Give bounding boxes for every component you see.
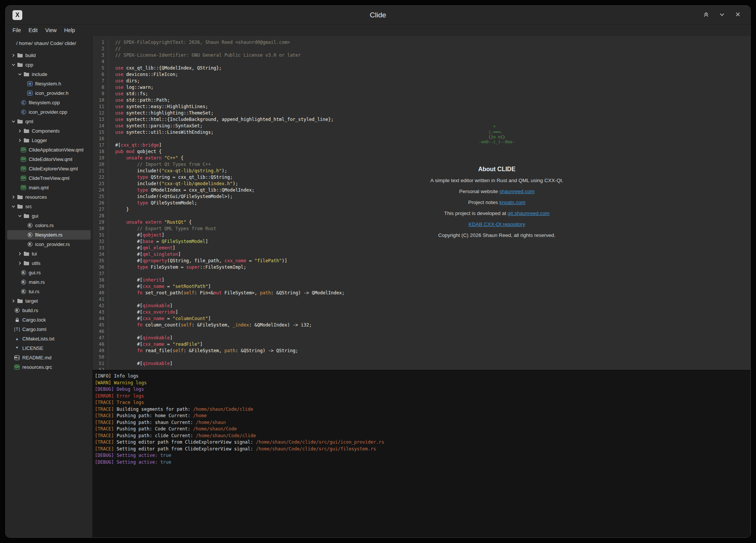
chevron-right-icon[interactable] bbox=[17, 252, 23, 256]
root-path-breadcrumb[interactable]: / home/ shaun/ Code/ clide/ bbox=[6, 38, 92, 48]
code-line[interactable]: 3// SPDX-License-Identifier: GNU General… bbox=[93, 52, 750, 59]
code-line[interactable]: 46 bbox=[93, 328, 750, 335]
title-bar[interactable]: X Clide bbox=[6, 6, 750, 25]
tree-item-build[interactable]: build bbox=[7, 51, 91, 60]
link-git-shaunreed-com[interactable]: git.shaunreed.com bbox=[508, 210, 550, 216]
code-editor[interactable]: 1// SPDX-FileCopyrightText: 2026, Shaun … bbox=[93, 36, 750, 370]
log-panel[interactable]: [INFO] Info logs[WARN] Warning logs[DEBU… bbox=[93, 370, 750, 537]
code-line[interactable]: 32 #[base = QFileSystemModel] bbox=[93, 238, 750, 245]
tree-item-readme-md[interactable]: M↓README.md bbox=[7, 353, 91, 362]
tree-item-colors-rs[interactable]: Rcolors.rs bbox=[7, 221, 91, 230]
tree-item-resources-qrc[interactable]: Qtresources.qrc bbox=[7, 362, 91, 372]
code-line[interactable]: 45 fn column_count(self: &FileSystem, _i… bbox=[93, 322, 750, 328]
code-line[interactable]: 42 #[qinvokable] bbox=[93, 303, 750, 309]
code-line[interactable]: 35 #[qproperty(QString, file_path, cxx_n… bbox=[93, 258, 750, 264]
link-kdab-cxx-qt-repository[interactable]: KDAB CXX-Qt repository bbox=[468, 221, 525, 227]
tree-item-filesystem-h[interactable]: Hfilesystem.h bbox=[7, 79, 91, 88]
code-line[interactable]: 8use log::warn; bbox=[93, 84, 750, 91]
code-line[interactable]: 38 #[inherit] bbox=[93, 277, 750, 283]
chevron-down-icon[interactable] bbox=[17, 214, 23, 218]
code-line[interactable]: 47 #[qinvokable] bbox=[93, 335, 750, 341]
code-line[interactable]: 2// bbox=[93, 46, 750, 52]
code-line[interactable]: 52 bbox=[93, 367, 750, 370]
tree-item-main-qml[interactable]: Qtmain.qml bbox=[7, 183, 91, 192]
close-button[interactable] bbox=[732, 9, 744, 21]
menu-view[interactable]: View bbox=[42, 26, 60, 35]
tree-item-resources[interactable]: resources bbox=[7, 192, 91, 202]
code-line[interactable]: 13use syntect::html::{IncludeBackground,… bbox=[93, 116, 750, 123]
file-explorer[interactable]: / home/ shaun/ Code/ clide/ buildcppincl… bbox=[6, 36, 93, 537]
chevron-right-icon[interactable] bbox=[10, 53, 16, 57]
tree-item-license[interactable]: *LICENSE bbox=[7, 343, 91, 353]
tree-item-icon-provider-cpp[interactable]: Cicon_provider.cpp bbox=[7, 107, 91, 117]
line-number: 28 bbox=[93, 213, 108, 219]
tree-item-src[interactable]: src bbox=[7, 202, 91, 211]
code-line[interactable]: 34 #[qml_singleton] bbox=[93, 251, 750, 258]
tree-item-gui-rs[interactable]: Rgui.rs bbox=[7, 268, 91, 277]
tree-item-clideeditorview-qml[interactable]: QtClideEditorView.qml bbox=[7, 155, 91, 164]
tree-item-cmakelists-txt[interactable]: ▲CMakeLists.txt bbox=[7, 334, 91, 343]
code-line[interactable]: 44 #[cxx_name = "columnCount"] bbox=[93, 316, 750, 322]
code-line[interactable]: 40 fn set_root_path(self: Pin<&mut FileS… bbox=[93, 290, 750, 296]
tree-item-logger[interactable]: Logger bbox=[7, 136, 91, 145]
tree-item-gui[interactable]: gui bbox=[7, 211, 91, 221]
tree-item-build-rs[interactable]: Rbuild.rs bbox=[7, 306, 91, 315]
chevron-right-icon[interactable] bbox=[17, 129, 23, 133]
tree-item-cargo-lock[interactable]: Cargo.lock bbox=[7, 315, 91, 325]
code-line[interactable]: 51 #[qinvokable] bbox=[93, 360, 750, 367]
chevron-down-icon[interactable] bbox=[17, 72, 23, 76]
line-number: 16 bbox=[93, 136, 108, 142]
code-line[interactable]: 36 type FileSystem = super::FileSystemIm… bbox=[93, 264, 750, 271]
tree-item-utils[interactable]: utils bbox=[7, 258, 91, 268]
code-line[interactable]: 1// SPDX-FileCopyrightText: 2026, Shaun … bbox=[93, 39, 750, 46]
code-line-text: #[inherit] bbox=[108, 277, 164, 283]
tree-item-include[interactable]: include bbox=[7, 70, 91, 79]
code-line[interactable]: 7use dirs; bbox=[93, 78, 750, 84]
tree-item-main-rs[interactable]: Rmain.rs bbox=[7, 277, 91, 287]
tree-item-icon-provider-rs[interactable]: Ricon_provider.rs bbox=[7, 240, 91, 249]
tree-item-cargo-toml[interactable]: [T]Cargo.toml bbox=[7, 325, 91, 334]
tree-item-target[interactable]: target bbox=[7, 296, 91, 306]
chevron-right-icon[interactable] bbox=[10, 299, 16, 303]
link-knoats-com[interactable]: knoats.com bbox=[499, 200, 526, 205]
code-line[interactable]: 41 bbox=[93, 296, 750, 303]
tree-item-tui-rs[interactable]: Rtui.rs bbox=[7, 287, 91, 296]
code-line[interactable]: 39 #[cxx_name = "setRootPath"] bbox=[93, 283, 750, 290]
code-line[interactable]: 4 bbox=[93, 59, 750, 65]
tree-item-icon-provider-h[interactable]: Hicon_provider.h bbox=[7, 88, 91, 98]
code-line[interactable]: 9use std::fs; bbox=[93, 91, 750, 97]
code-line[interactable]: 43 #[cxx_override] bbox=[93, 309, 750, 316]
tree-item-clideapplicationview-qml[interactable]: QtClideApplicationView.qml bbox=[7, 145, 91, 155]
chevron-right-icon[interactable] bbox=[17, 261, 23, 265]
menu-help[interactable]: Help bbox=[60, 26, 79, 35]
minimize-button[interactable] bbox=[716, 9, 728, 21]
chevron-right-icon[interactable] bbox=[17, 138, 23, 142]
tree-item-clidetreeview-qml[interactable]: QtClideTreeView.qml bbox=[7, 173, 91, 183]
tree-item-filesystem-cpp[interactable]: Cfilesystem.cpp bbox=[7, 98, 91, 107]
code-line[interactable]: 37 bbox=[93, 271, 750, 277]
chevron-right-icon[interactable] bbox=[10, 195, 16, 199]
tree-item-cpp[interactable]: cpp bbox=[7, 60, 91, 70]
chevron-down-icon[interactable] bbox=[10, 204, 16, 209]
code-line[interactable]: 50 bbox=[93, 354, 750, 360]
tree-item-components[interactable]: Components bbox=[7, 126, 91, 136]
code-line[interactable]: 6use devicons::FileIcon; bbox=[93, 71, 750, 78]
tree-item-clideexplorerview-qml[interactable]: QtClideExplorerView.qml bbox=[7, 164, 91, 173]
menu-edit[interactable]: Edit bbox=[25, 26, 42, 35]
chevron-down-icon[interactable] bbox=[10, 119, 16, 124]
code-line[interactable]: 11use syntect::easy::HighlightLines; bbox=[93, 104, 750, 110]
code-line[interactable]: 12use syntect::highlighting::ThemeSet; bbox=[93, 110, 750, 116]
tree-item-filesystem-rs[interactable]: Rfilesystem.rs bbox=[7, 230, 91, 240]
maximize-button[interactable] bbox=[700, 9, 712, 21]
code-line[interactable]: 10use std::path::Path; bbox=[93, 97, 750, 104]
menu-file[interactable]: File bbox=[9, 26, 25, 35]
code-line-text: include!("cxx-qt-lib/qmodelindex.h"); bbox=[108, 181, 238, 187]
tree-item-qml[interactable]: qml bbox=[7, 117, 91, 126]
tree-item-tui[interactable]: tui bbox=[7, 249, 91, 258]
code-line[interactable]: 5use cxx_qt_lib::{QModelIndex, QString}; bbox=[93, 65, 750, 71]
code-line[interactable]: 48 #[cxx_name = "readFile"] bbox=[93, 341, 750, 348]
link-shaunreed-com[interactable]: shaunreed.com bbox=[499, 189, 535, 194]
chevron-down-icon[interactable] bbox=[10, 63, 16, 67]
code-line[interactable]: 49 fn read_file(self: &FileSystem, path:… bbox=[93, 348, 750, 354]
code-line[interactable]: 33 #[qml_element] bbox=[93, 245, 750, 251]
